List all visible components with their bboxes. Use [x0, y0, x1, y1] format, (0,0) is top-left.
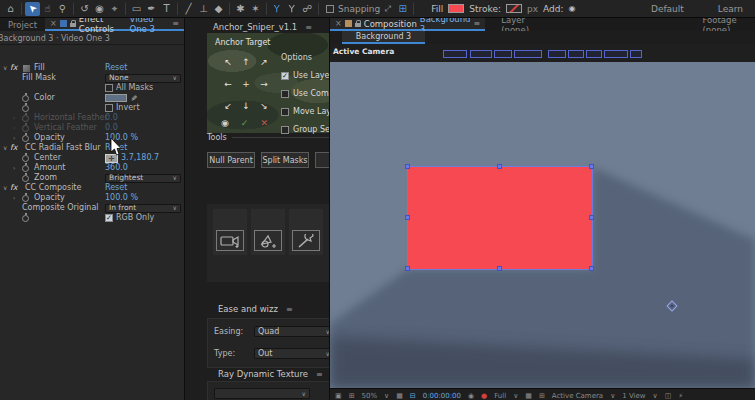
tab-project[interactable]: Project — [0, 18, 45, 31]
rig-tool-icon[interactable]: ⅄ — [270, 2, 285, 16]
null-parent-button[interactable]: Null Parent — [207, 152, 255, 168]
stroke-color-swatch[interactable] — [506, 4, 522, 13]
rotate-tool-icon[interactable]: ↺ — [77, 2, 92, 16]
stopwatch-icon[interactable] — [22, 175, 29, 182]
selection-handle[interactable] — [405, 266, 410, 271]
panel-menu-icon[interactable]: ≡ — [474, 19, 481, 28]
stopwatch-icon[interactable] — [22, 95, 29, 102]
comp-tab-background-3[interactable]: Background 3 — [342, 31, 425, 44]
twirl-icon[interactable]: › — [13, 133, 15, 143]
twirl-icon[interactable]: › — [13, 123, 15, 133]
tools-button-partial[interactable] — [315, 152, 330, 168]
anchor-bottom-button[interactable]: ↓ — [237, 97, 255, 119]
chevron-down-icon[interactable]: ∨ — [384, 392, 389, 400]
rig-alt-tool-icon[interactable]: ⅄ — [285, 2, 300, 16]
use-layers-checkbox[interactable]: ✓ — [281, 72, 289, 80]
twirl-icon[interactable]: › — [13, 163, 15, 173]
anchor-bottom-right-button[interactable]: ↘ — [255, 97, 273, 119]
twirl-icon[interactable]: ∨ — [3, 63, 7, 73]
twirl-icon[interactable]: › — [13, 113, 15, 123]
fast-previews-icon[interactable]: ⚡ — [678, 392, 683, 400]
puppet-tool-icon[interactable]: ✶ — [248, 2, 263, 16]
chevron-down-icon[interactable]: ∨ — [610, 392, 615, 400]
workspace-default-button[interactable]: Default — [651, 4, 684, 14]
stopwatch-icon[interactable] — [22, 165, 29, 172]
move-layer-checkbox[interactable] — [281, 108, 289, 116]
stopwatch-icon[interactable] — [22, 105, 29, 112]
anchor-top-button[interactable]: ↑ — [237, 53, 255, 75]
color-swatch[interactable] — [105, 94, 127, 102]
split-masks-button[interactable]: Split Masks — [261, 152, 309, 168]
rgb-only-checkbox[interactable]: ✓ — [105, 214, 113, 222]
anchor-left-button[interactable]: ← — [219, 75, 237, 97]
chevron-down-icon[interactable]: ∨ — [653, 392, 658, 400]
pen-tool-icon[interactable]: ✒ — [144, 2, 159, 16]
type-tool-icon[interactable]: T — [159, 2, 174, 16]
lock-icon[interactable] — [70, 23, 76, 27]
add-icon[interactable]: ◉ — [569, 4, 576, 13]
composite-original-dropdown[interactable]: In front∨ — [105, 204, 181, 213]
ray-dynamic-texture-header[interactable]: Ray Dynamic Texture ≡ — [218, 369, 323, 379]
invert-checkbox[interactable] — [105, 104, 113, 112]
view-layout-value[interactable]: 1 View — [622, 392, 645, 400]
eyedropper-icon[interactable]: ✎ — [128, 95, 138, 102]
stopwatch-icon[interactable] — [22, 195, 29, 202]
type-dropdown[interactable]: Out∨ — [254, 348, 330, 359]
camera-view-value[interactable]: Active Camera — [552, 392, 603, 400]
panel-menu-icon[interactable]: ≡ — [305, 23, 312, 32]
magnification-value[interactable]: 50% — [362, 392, 378, 400]
resolution-value[interactable]: Full — [494, 392, 506, 400]
roi-icon[interactable]: ▦ — [525, 392, 532, 400]
effect-header-fill[interactable]: ∨ fx Fill Reset — [0, 63, 185, 73]
eye-icon[interactable]: ◉ — [221, 118, 229, 128]
stroke-width-label[interactable]: px — [527, 4, 538, 14]
anchor-right-button[interactable]: → — [255, 75, 273, 97]
transparency-grid-icon[interactable]: ⊞ — [539, 392, 545, 400]
comp-viewport[interactable] — [330, 62, 755, 388]
selection-handle[interactable] — [497, 164, 502, 169]
anchor-top-right-button[interactable]: ↗ — [255, 53, 273, 75]
rectangle-tool-icon[interactable]: ▭ — [129, 2, 144, 16]
show-snapshot-icon[interactable]: ◉ — [468, 392, 474, 400]
workspace-learn-button[interactable]: Learn — [718, 4, 743, 14]
settings-wrench-button[interactable] — [292, 230, 320, 251]
tab-effect-controls[interactable]: × Effect Controls Video One 3 ≡ — [45, 18, 184, 31]
chevron-down-icon[interactable]: ∨ — [513, 392, 518, 400]
stopwatch-icon[interactable] — [22, 125, 29, 132]
prop-value[interactable]: 100.0 % — [105, 193, 138, 203]
brush-tool-icon[interactable]: ╱ — [181, 2, 196, 16]
snapping-checkbox[interactable] — [326, 5, 334, 13]
pan-behind-tool-icon[interactable]: ⌖ — [107, 2, 122, 16]
always-preview-icon[interactable]: ▣ — [335, 392, 342, 400]
tab-footage[interactable]: Footage (none) — [695, 18, 755, 31]
selection-handle[interactable] — [405, 215, 410, 220]
zoom-tool-icon[interactable]: ⚲ — [55, 2, 70, 16]
selection-handle[interactable] — [589, 266, 594, 271]
panel-menu-icon[interactable]: ≡ — [172, 19, 179, 28]
tab-layer[interactable]: Layer (none) — [493, 18, 546, 31]
twirl-icon[interactable]: ∨ — [3, 143, 7, 153]
add-camera-button[interactable] — [216, 230, 244, 251]
close-icon[interactable]: × — [335, 19, 342, 28]
magnification-icon[interactable]: ⊞ — [349, 392, 355, 400]
ease-and-wizz-header[interactable]: Ease and wizz ≡ — [218, 304, 293, 314]
hand-tool-icon[interactable]: ☝ — [40, 2, 55, 16]
effect-header-cc-composite[interactable]: ∨ fx CC Composite Reset — [0, 183, 185, 193]
easing-dropdown[interactable]: Quad∨ — [254, 326, 330, 337]
twirl-icon[interactable]: › — [13, 193, 15, 203]
home-icon[interactable]: ⌂ — [3, 2, 18, 16]
prop-value[interactable]: 0.0 — [105, 123, 118, 133]
selection-handle[interactable] — [497, 266, 502, 271]
snapshot-icon[interactable]: ⊟ — [410, 392, 416, 400]
panel-menu-icon[interactable]: ≡ — [316, 370, 323, 379]
stopwatch-icon[interactable] — [22, 215, 29, 222]
add-null-button[interactable] — [254, 230, 282, 251]
anchor-center-button[interactable]: + — [237, 75, 255, 97]
fill-color-swatch[interactable] — [448, 4, 464, 13]
lasso-tool-icon[interactable]: ☍ — [300, 2, 315, 16]
selection-handle[interactable] — [589, 215, 594, 220]
stopwatch-icon[interactable] — [22, 115, 29, 122]
reset-link[interactable]: Reset — [105, 63, 127, 73]
use-comps-checkbox[interactable] — [281, 90, 289, 98]
rotobrush-tool-icon[interactable]: ✱ — [233, 2, 248, 16]
